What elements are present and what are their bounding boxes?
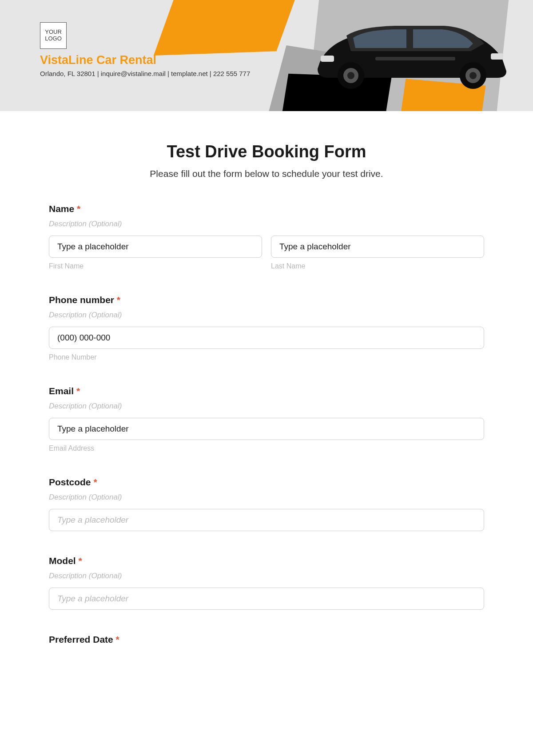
header-banner: YOUR LOGO VistaLine Car Rental Orlando, … bbox=[0, 0, 533, 111]
model-label: Model * bbox=[49, 556, 484, 566]
required-mark: * bbox=[79, 556, 82, 566]
postcode-label: Postcode * bbox=[49, 477, 484, 488]
postcode-input[interactable] bbox=[49, 509, 484, 531]
required-mark: * bbox=[93, 477, 97, 487]
last-name-sublabel: Last Name bbox=[271, 262, 484, 270]
contact-info: Orlando, FL 32801 | inquire@vistaline.ma… bbox=[40, 70, 493, 77]
phone-input[interactable] bbox=[49, 327, 484, 349]
date-label: Preferred Date * bbox=[49, 634, 484, 645]
last-name-input[interactable] bbox=[271, 236, 484, 258]
required-mark: * bbox=[116, 634, 119, 644]
field-name: Name * Description (Optional) First Name… bbox=[49, 204, 484, 270]
field-email: Email * Description (Optional) Email Add… bbox=[49, 386, 484, 452]
required-mark: * bbox=[117, 295, 120, 305]
logo-placeholder: YOUR LOGO bbox=[40, 22, 67, 49]
required-mark: * bbox=[76, 386, 80, 396]
decor-shape bbox=[154, 0, 309, 56]
phone-label: Phone number * bbox=[49, 295, 484, 305]
field-phone: Phone number * Description (Optional) Ph… bbox=[49, 295, 484, 361]
email-input[interactable] bbox=[49, 418, 484, 440]
name-label: Name * bbox=[49, 204, 484, 214]
phone-desc: Description (Optional) bbox=[49, 311, 484, 320]
field-model: Model * Description (Optional) bbox=[49, 556, 484, 610]
first-name-input[interactable] bbox=[49, 236, 262, 258]
email-sublabel: Email Address bbox=[49, 444, 484, 452]
form-subtitle: Please fill out the form below to schedu… bbox=[49, 168, 484, 179]
form-container: Test Drive Booking Form Please fill out … bbox=[0, 111, 533, 663]
email-label: Email * bbox=[49, 386, 484, 396]
required-mark: * bbox=[77, 204, 80, 214]
field-date: Preferred Date * bbox=[49, 634, 484, 645]
phone-sublabel: Phone Number bbox=[49, 353, 484, 361]
postcode-desc: Description (Optional) bbox=[49, 493, 484, 502]
model-desc: Description (Optional) bbox=[49, 572, 484, 580]
name-desc: Description (Optional) bbox=[49, 220, 484, 228]
form-title: Test Drive Booking Form bbox=[49, 142, 484, 161]
model-input[interactable] bbox=[49, 588, 484, 610]
field-postcode: Postcode * Description (Optional) bbox=[49, 477, 484, 531]
email-desc: Description (Optional) bbox=[49, 402, 484, 411]
company-name: VistaLine Car Rental bbox=[40, 53, 493, 67]
first-name-sublabel: First Name bbox=[49, 262, 262, 270]
